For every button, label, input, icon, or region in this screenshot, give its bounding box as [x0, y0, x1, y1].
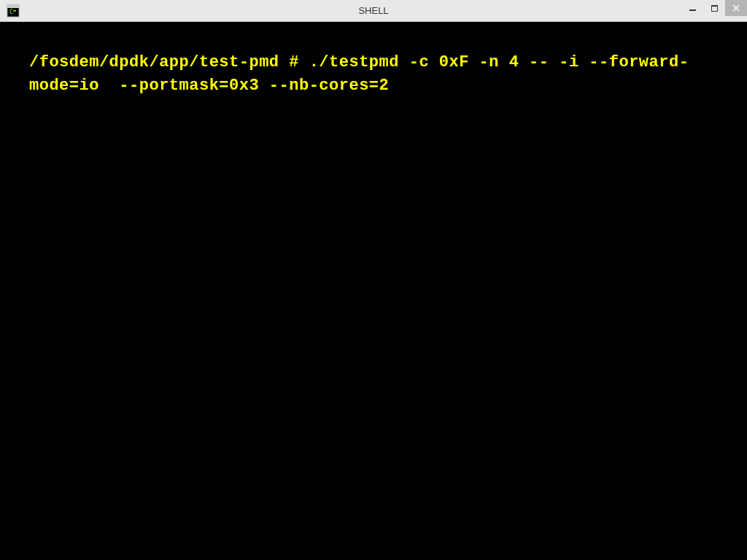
- shell-window: C SHELL /fosdem/dpdk/app/test-pmd # ./te…: [0, 0, 747, 560]
- minimize-button[interactable]: [681, 0, 703, 16]
- maximize-button[interactable]: [703, 0, 725, 16]
- maximize-icon: [711, 5, 718, 12]
- svg-text:C: C: [9, 9, 13, 15]
- terminal-app-icon: C: [6, 4, 20, 18]
- terminal-line: /fosdem/dpdk/app/test-pmd # ./testpmd -c…: [29, 53, 689, 95]
- window-controls: [681, 0, 747, 16]
- close-icon: [732, 4, 740, 12]
- window-title: SHELL: [358, 5, 388, 16]
- terminal-output[interactable]: /fosdem/dpdk/app/test-pmd # ./testpmd -c…: [0, 22, 747, 560]
- svg-rect-1: [7, 5, 19, 8]
- minimize-icon: [689, 9, 696, 11]
- close-button[interactable]: [725, 0, 747, 16]
- svg-rect-3: [13, 10, 16, 12]
- titlebar[interactable]: C SHELL: [0, 0, 747, 22]
